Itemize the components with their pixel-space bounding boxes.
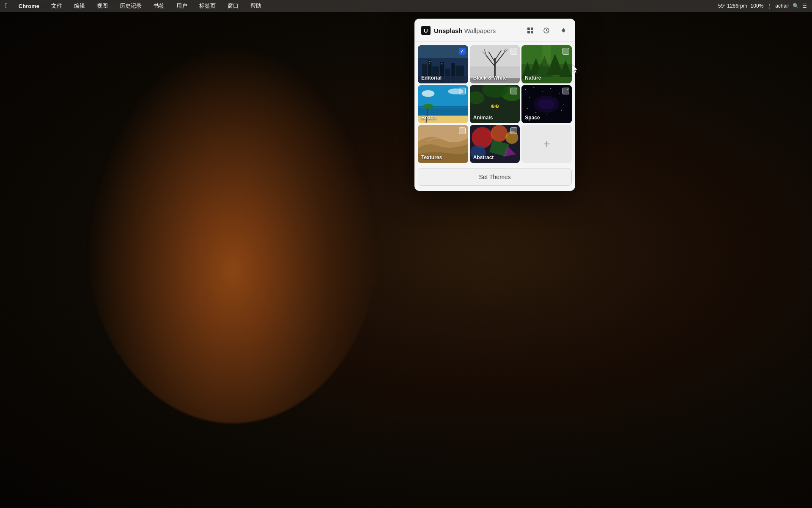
menubar:  Chrome 文件 编辑 视图 历史记录 书签 用户 标签页 窗口 帮助 5… (0, 0, 812, 12)
popup-header: U Unsplash Wallpapers (414, 19, 575, 42)
unsplash-logo: U (421, 26, 431, 35)
popup-brand-text: Unsplash (434, 27, 463, 34)
textures-label: Textures (421, 155, 442, 160)
bw-label: Black & White (473, 75, 507, 81)
beach-checkbox[interactable] (459, 88, 466, 94)
svg-point-67 (527, 108, 528, 109)
space-checkbox[interactable] (562, 88, 569, 94)
theme-tile-textures[interactable]: Textures (418, 125, 468, 163)
history-button[interactable] (540, 25, 552, 36)
theme-tile-abstract[interactable]: Abstract (470, 125, 520, 163)
svg-point-66 (563, 104, 564, 104)
svg-point-72 (538, 99, 555, 109)
bw-checkbox[interactable] (510, 48, 517, 55)
svg-rect-15 (431, 61, 431, 62)
menubar-app-name[interactable]: Chrome (16, 2, 42, 10)
add-plus-icon: + (543, 138, 550, 150)
svg-point-63 (529, 97, 530, 98)
popup-title: Unsplash Wallpapers (434, 27, 496, 34)
svg-point-59 (542, 91, 543, 91)
svg-point-47 (423, 104, 433, 109)
themes-grid: Editorial ✓ (414, 42, 575, 166)
svg-rect-16 (429, 64, 430, 64)
animals-label: Animals (473, 115, 493, 121)
editorial-checkmark: ✓ (460, 49, 464, 54)
menubar-bookmarks[interactable]: 书签 (151, 1, 167, 11)
theme-tile-black-white[interactable]: Black & White (470, 45, 520, 83)
apple-logo-icon[interactable]:  (5, 2, 8, 10)
svg-point-57 (525, 89, 526, 90)
menubar-right: 59° 1286rpm 100% ⋮ achair 🔍 ☰ (718, 3, 807, 9)
svg-point-58 (534, 87, 535, 88)
editorial-checkbox[interactable]: ✓ (459, 48, 466, 55)
unsplash-popup: U Unsplash Wallpapers (414, 19, 575, 191)
nature-checkbox[interactable] (562, 48, 569, 55)
svg-rect-0 (527, 28, 530, 30)
squirrel-decoration (85, 42, 381, 423)
menubar-users[interactable]: 用户 (174, 1, 190, 11)
theme-tile-beach[interactable]: Beach (418, 85, 468, 123)
menubar-history[interactable]: 历史记录 (117, 1, 144, 11)
svg-point-41 (422, 90, 434, 97)
settings-button[interactable] (557, 25, 568, 36)
abstract-checkbox[interactable] (510, 127, 517, 134)
menubar-search-icon[interactable]: 🔍 (793, 3, 799, 9)
menubar-help[interactable]: 帮助 (248, 1, 264, 11)
svg-point-60 (551, 88, 551, 89)
svg-rect-1 (531, 28, 533, 30)
svg-point-69 (546, 114, 547, 115)
menubar-wifi-icon: ⋮ (767, 3, 772, 9)
popup-subtitle-text: Wallpapers (464, 27, 496, 34)
menubar-tabs[interactable]: 标签页 (197, 1, 218, 11)
unsplash-logo-letter: U (424, 28, 428, 33)
theme-tile-add[interactable]: + (521, 125, 572, 163)
svg-point-70 (561, 110, 562, 111)
theme-tile-space[interactable]: Space (521, 85, 572, 123)
menubar-username: achair (775, 3, 789, 9)
popup-title-area: U Unsplash Wallpapers (421, 26, 496, 35)
svg-point-55 (497, 105, 498, 107)
grid-view-button[interactable] (524, 25, 536, 36)
menubar-edit[interactable]: 编辑 (71, 1, 88, 11)
menubar-left:  Chrome 文件 编辑 视图 历史记录 书签 用户 标签页 窗口 帮助 (5, 1, 718, 11)
nature-label: Nature (525, 75, 541, 81)
svg-rect-2 (527, 31, 530, 33)
svg-point-54 (492, 105, 494, 107)
svg-rect-3 (531, 31, 533, 33)
svg-point-61 (559, 93, 560, 94)
svg-rect-14 (429, 61, 430, 62)
popup-header-actions (524, 25, 568, 36)
textures-checkbox[interactable] (459, 127, 466, 134)
space-label: Space (525, 115, 540, 121)
animals-checkbox[interactable] (510, 88, 517, 94)
menubar-battery: 100% (751, 3, 764, 9)
menubar-window[interactable]: 窗口 (225, 1, 241, 11)
menubar-view[interactable]: 视图 (94, 1, 110, 11)
svg-point-68 (536, 112, 537, 113)
svg-rect-18 (442, 64, 443, 64)
svg-rect-17 (441, 64, 442, 64)
theme-tile-editorial[interactable]: Editorial ✓ (418, 45, 468, 83)
svg-rect-39 (543, 45, 551, 66)
menubar-status: 59° 1286rpm (718, 3, 747, 9)
svg-point-76 (491, 125, 508, 142)
beach-label: Beach (421, 115, 436, 121)
set-themes-button[interactable]: Set Themes (418, 168, 572, 186)
theme-tile-animals[interactable]: Animals (470, 85, 520, 123)
editorial-label: Editorial (421, 75, 442, 81)
menubar-list-icon[interactable]: ☰ (802, 3, 807, 9)
theme-tile-nature[interactable]: Nature (521, 45, 572, 83)
abstract-label: Abstract (473, 155, 494, 160)
menubar-file[interactable]: 文件 (49, 1, 65, 11)
svg-point-75 (472, 127, 493, 148)
